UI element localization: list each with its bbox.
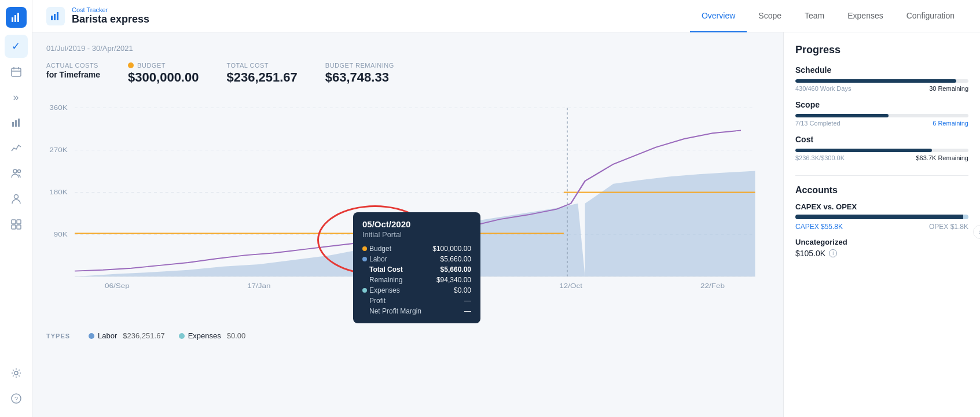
sidebar-item-grid[interactable] — [5, 213, 28, 236]
budget-dot-tooltip — [362, 246, 367, 251]
expenses-dot-tooltip — [362, 288, 367, 293]
tooltip-row-budget: Budget $100,000.00 — [362, 243, 471, 254]
breadcrumb-parent[interactable]: Cost Tracker — [72, 6, 149, 13]
schedule-fill — [795, 79, 956, 83]
svg-rect-8 — [15, 120, 17, 127]
svg-text:360K: 360K — [49, 105, 67, 112]
tab-overview[interactable]: Overview — [690, 0, 747, 32]
scope-track — [795, 114, 968, 117]
scope-meta-left: 7/13 Completed — [795, 120, 840, 127]
labor-legend-dot — [89, 333, 94, 339]
total-cost-value: $236,251.67 — [226, 70, 297, 85]
main-content: Cost Tracker Barista express Overview Sc… — [32, 0, 980, 417]
budget-remaining-value: $63,748.33 — [325, 70, 394, 85]
chart-tooltip: 05/Oct/2020 Initial Portal Budget $100,0… — [353, 212, 480, 323]
progress-section: Progress Schedule 430/460 Work Days 30 R… — [795, 44, 968, 161]
tooltip-row-profit: Profit — — [362, 296, 471, 306]
svg-rect-16 — [17, 225, 21, 229]
uncategorized-info-icon[interactable]: i — [829, 249, 837, 257]
svg-point-11 — [17, 170, 20, 173]
expenses-legend-dot — [179, 333, 185, 339]
svg-rect-14 — [17, 220, 21, 224]
svg-rect-3 — [12, 68, 21, 76]
tab-expenses[interactable]: Expenses — [836, 0, 894, 32]
budget-value: $300,000.00 — [128, 70, 199, 85]
uncategorized-label: Uncategorized — [795, 238, 968, 246]
tooltip-date: 05/Oct/2020 — [362, 219, 471, 229]
cost-fill — [795, 149, 932, 152]
sidebar: ✓ » ? — [0, 0, 32, 417]
scope-meta: 7/13 Completed 6 Remaining — [795, 120, 968, 127]
svg-rect-20 — [51, 16, 53, 20]
tooltip-label-remaining: Remaining — [362, 276, 402, 284]
tooltip-label-budget: Budget — [362, 245, 391, 253]
scope-progress: Scope 7/13 Completed 6 Remaining — [795, 100, 968, 127]
sidebar-item-person[interactable] — [5, 187, 28, 211]
right-panel: › Progress Schedule 430/460 Work Days 30… — [783, 32, 980, 417]
tooltip-row-total: Total Cost $5,660.00 — [362, 264, 471, 275]
nav-left: Cost Tracker Barista express — [46, 6, 149, 25]
actual-costs-label: ACTUAL COSTS — [46, 62, 100, 69]
sidebar-item-chart-bar[interactable] — [5, 111, 28, 134]
cost-meta: $236.3K/$300.0K $63.7K Remaining — [795, 154, 968, 161]
sidebar-item-people[interactable] — [5, 162, 28, 185]
schedule-meta-left: 430/460 Work Days — [795, 85, 851, 92]
uncategorized-value: $105.0K i — [795, 249, 968, 258]
svg-point-10 — [13, 169, 17, 173]
svg-rect-0 — [12, 17, 13, 22]
svg-rect-21 — [54, 14, 56, 20]
scope-label: Scope — [795, 100, 968, 109]
tooltip-row-remaining: Remaining $94,340.00 — [362, 275, 471, 285]
tab-team[interactable]: Team — [793, 0, 836, 32]
sidebar-item-forward[interactable]: » — [5, 86, 28, 109]
sidebar-item-chart-line[interactable] — [5, 136, 28, 160]
svg-rect-9 — [18, 119, 20, 127]
opex-fill — [963, 215, 968, 219]
date-range: 01/Jul/2019 - 30/Apr/2021 — [46, 44, 769, 53]
svg-text:12/Oct: 12/Oct — [559, 282, 582, 289]
tooltip-label-margin: Net Profit Margin — [362, 307, 421, 315]
tooltip-label-labor: Labor — [362, 255, 387, 263]
uncategorized-block: Uncategorized $105.0K i — [795, 238, 968, 258]
schedule-track — [795, 79, 968, 83]
capex-value: CAPEX $55.8K — [795, 223, 843, 231]
chart-legend: TYPES Labor $236,251.67 Expenses $0.00 — [46, 331, 769, 340]
svg-rect-1 — [14, 15, 16, 22]
legend-types-label: TYPES — [46, 333, 70, 339]
capex-opex-block: CAPEX vs. OPEX CAPEX $55.8K OPEX $1.8K — [795, 202, 968, 231]
tooltip-row-margin: Net Profit Margin — — [362, 306, 471, 316]
cost-meta-left: $236.3K/$300.0K — [795, 154, 845, 161]
sidebar-item-settings[interactable] — [5, 361, 28, 385]
sidebar-item-help[interactable]: ? — [5, 387, 28, 410]
cost-label: Cost — [795, 135, 968, 144]
total-cost-metric: TOTAL COST $236,251.67 — [226, 62, 297, 85]
sidebar-item-check[interactable]: ✓ — [5, 35, 28, 58]
breadcrumb-title: Barista express — [72, 13, 149, 25]
budget-label: BUDGET — [128, 62, 199, 69]
tab-configuration[interactable]: Configuration — [895, 0, 966, 32]
svg-text:06/Sep: 06/Sep — [105, 282, 130, 289]
svg-rect-15 — [12, 225, 16, 229]
budget-metric: BUDGET $300,000.00 — [128, 62, 199, 85]
tooltip-row-expenses: Expenses $0.00 — [362, 285, 471, 296]
schedule-meta-right: 30 Remaining — [929, 85, 968, 92]
metrics-row: ACTUAL COSTS for Timeframe BUDGET $300,0… — [46, 62, 769, 85]
progress-title: Progress — [795, 44, 968, 56]
svg-marker-33 — [585, 171, 755, 276]
svg-text:270K: 270K — [49, 147, 67, 154]
svg-text:17/Jan: 17/Jan — [247, 282, 270, 289]
top-tabs: Overview Scope Team Expenses Configurati… — [690, 0, 966, 32]
tab-scope[interactable]: Scope — [747, 0, 793, 32]
capex-meta: CAPEX $55.8K OPEX $1.8K — [795, 223, 968, 231]
svg-text:90K: 90K — [54, 231, 68, 238]
actual-costs-metric: ACTUAL COSTS for Timeframe — [46, 62, 100, 79]
capex-opex-label: CAPEX vs. OPEX — [795, 202, 968, 211]
sidebar-item-calendar[interactable] — [5, 60, 28, 83]
collapse-panel-button[interactable]: › — [973, 225, 980, 239]
legend-item-expenses: Expenses $0.00 — [179, 331, 246, 340]
accounts-title: Accounts — [795, 185, 968, 195]
app-icon — [46, 7, 65, 25]
budget-dot — [128, 62, 134, 68]
accounts-section: Accounts CAPEX vs. OPEX CAPEX $55.8K OPE… — [795, 185, 968, 258]
cost-meta-right: $63.7K Remaining — [916, 154, 968, 161]
